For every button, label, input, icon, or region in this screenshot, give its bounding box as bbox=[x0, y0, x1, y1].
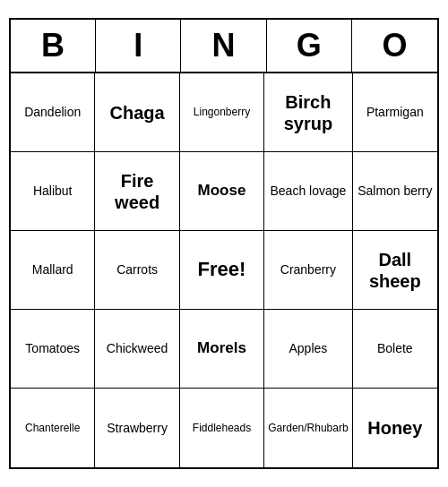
bingo-header: BINGO bbox=[11, 20, 437, 73]
bingo-cell-24: Honey bbox=[353, 389, 437, 467]
header-letter-i: I bbox=[96, 20, 181, 72]
bingo-cell-2: Lingonberry bbox=[180, 73, 264, 152]
bingo-cell-12: Free! bbox=[180, 231, 264, 310]
bingo-cell-7: Moose bbox=[180, 152, 264, 231]
bingo-cell-21: Strawberry bbox=[95, 389, 179, 467]
bingo-cell-13: Cranberry bbox=[264, 231, 352, 310]
bingo-cell-10: Mallard bbox=[11, 231, 95, 310]
bingo-cell-18: Apples bbox=[264, 310, 352, 389]
bingo-grid: DandelionChagaLingonberryBirch syrupPtar… bbox=[11, 73, 437, 467]
bingo-cell-19: Bolete bbox=[353, 310, 437, 389]
bingo-cell-1: Chaga bbox=[95, 73, 179, 152]
header-letter-b: B bbox=[11, 20, 96, 72]
bingo-cell-14: Dall sheep bbox=[353, 231, 437, 310]
bingo-cell-8: Beach lovage bbox=[264, 152, 352, 231]
bingo-cell-3: Birch syrup bbox=[264, 73, 352, 152]
header-letter-n: N bbox=[181, 20, 266, 72]
bingo-cell-15: Tomatoes bbox=[11, 310, 95, 389]
bingo-cell-17: Morels bbox=[180, 310, 264, 389]
bingo-cell-20: Chanterelle bbox=[11, 389, 95, 467]
header-letter-o: O bbox=[352, 20, 437, 72]
bingo-cell-11: Carrots bbox=[95, 231, 179, 310]
bingo-cell-9: Salmon berry bbox=[353, 152, 437, 231]
header-letter-g: G bbox=[267, 20, 352, 72]
bingo-cell-4: Ptarmigan bbox=[353, 73, 437, 152]
bingo-cell-6: Fire weed bbox=[95, 152, 179, 231]
bingo-cell-16: Chickweed bbox=[95, 310, 179, 389]
bingo-cell-22: Fiddleheads bbox=[180, 389, 264, 467]
bingo-cell-5: Halibut bbox=[11, 152, 95, 231]
bingo-cell-23: Garden/Rhubarb bbox=[264, 389, 352, 467]
bingo-cell-0: Dandelion bbox=[11, 73, 95, 152]
bingo-card: BINGO DandelionChagaLingonberryBirch syr… bbox=[9, 18, 439, 469]
